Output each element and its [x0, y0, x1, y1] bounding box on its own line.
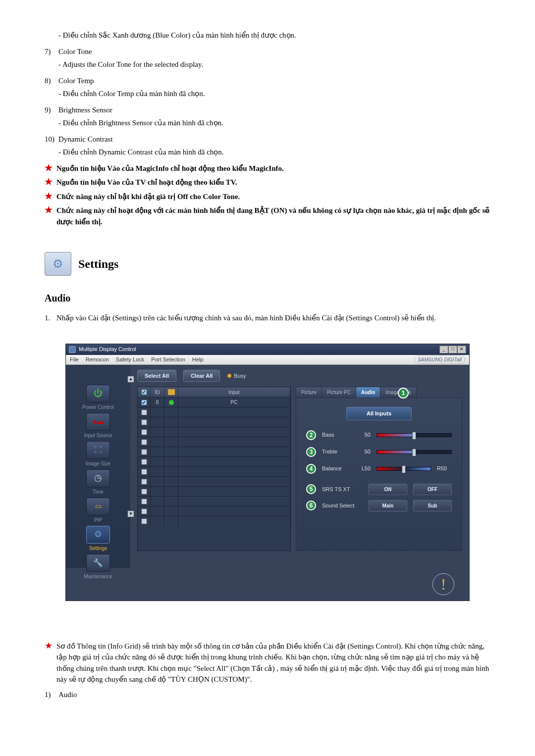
item-9-number: 9)	[45, 104, 58, 116]
star-icon: ★	[45, 641, 53, 652]
sidebar-item-image-size[interactable]: ⛶ Image Size	[69, 441, 127, 467]
balance-label: Balance	[322, 464, 350, 473]
menu-safety-lock[interactable]: Safety Lock	[116, 355, 144, 364]
row-id: 0	[151, 397, 164, 407]
maximize-button[interactable]: □	[448, 346, 457, 353]
row-checkbox[interactable]	[141, 419, 147, 425]
settings-section-icon: ⚙	[45, 252, 71, 276]
audio-step-1-text: Nhấp vào Cài đặt (Settings) trên các biể…	[56, 312, 490, 324]
grid-row[interactable]	[138, 437, 290, 447]
row-checkbox[interactable]	[141, 469, 147, 475]
tab-audio[interactable]: Audio	[356, 387, 380, 398]
note-default: Chức năng này chỉ hoạt động với các màn …	[56, 205, 490, 227]
callout-4: 4	[306, 464, 316, 474]
grid-row[interactable]	[138, 496, 290, 506]
grid-row[interactable]	[138, 466, 290, 476]
grid-row[interactable]: 0 PC	[138, 397, 290, 407]
grid-row[interactable]	[138, 516, 290, 526]
grid-row[interactable]	[138, 506, 290, 516]
all-inputs-button[interactable]: All Inputs	[346, 407, 412, 420]
balance-slider[interactable]	[376, 467, 431, 471]
item-10-title: Dynamic Contrast	[58, 134, 490, 145]
info-grid-note: Sơ đồ Thông tin (Info Grid) sẽ trình bày…	[56, 641, 490, 685]
sidebar-item-time[interactable]: ◷ Time	[69, 469, 127, 496]
sound-main-button[interactable]: Main	[369, 500, 407, 511]
grid-row[interactable]	[138, 427, 290, 437]
tab-picture-pc[interactable]: Picture PC	[321, 387, 356, 398]
row-checkbox[interactable]	[141, 429, 147, 435]
star-icon: ★	[45, 177, 53, 188]
grid-row[interactable]	[138, 407, 290, 417]
row-checkbox[interactable]	[141, 518, 147, 524]
menu-port-selection[interactable]: Port Selection	[151, 355, 185, 364]
tab-picture[interactable]: Picture	[296, 387, 322, 398]
minimize-button[interactable]: _	[439, 346, 448, 353]
row-checkbox[interactable]	[141, 449, 147, 455]
sidebar-item-maintenance[interactable]: 🔧 Maintenance	[69, 554, 127, 580]
info-icon[interactable]: !	[432, 573, 454, 595]
menu-help[interactable]: Help	[192, 355, 204, 364]
sidebar-item-settings[interactable]: ⚙ Settings	[69, 526, 127, 552]
star-icon: ★	[45, 191, 53, 202]
grid-row[interactable]	[138, 486, 290, 496]
star-icon: ★	[45, 163, 53, 174]
grid-header-input: Input	[178, 387, 290, 397]
star-icon: ★	[45, 205, 53, 216]
grid-row[interactable]	[138, 456, 290, 466]
settings-panel: ▲ ▼ Picture Picture PC Audio Image Lock …	[296, 387, 462, 551]
sidebar-label: Image Size	[69, 460, 127, 467]
busy-indicator: Busy	[227, 372, 246, 380]
note-colortone: Chức năng này chỉ bật khi đặt giá trị Of…	[56, 191, 490, 202]
item-10-desc: - Điều chỉnh Dynamic Contrast của màn hì…	[58, 147, 490, 158]
row-checkbox[interactable]	[141, 400, 147, 405]
scroll-up-icon[interactable]: ▲	[127, 376, 134, 383]
grid-row[interactable]	[138, 447, 290, 456]
srs-on-button[interactable]: ON	[369, 484, 407, 495]
note-tv: Nguồn tín hiệu Vào của TV chỉ hoạt động …	[56, 177, 490, 188]
audio-step-1-number: 1.	[45, 312, 56, 324]
status-dot-icon	[169, 400, 174, 405]
row-checkbox[interactable]	[141, 459, 147, 465]
srs-off-button[interactable]: OFF	[413, 484, 452, 495]
row-checkbox[interactable]	[141, 489, 147, 495]
sidebar-item-pip[interactable]: ▭ PIP	[69, 498, 127, 524]
grid-row[interactable]	[138, 476, 290, 486]
row-checkbox[interactable]	[141, 508, 147, 514]
treble-label: Treble	[322, 448, 350, 456]
srs-label: SRS TS XT	[322, 485, 362, 494]
item-10-number: 10)	[45, 134, 58, 145]
header-checkbox[interactable]	[141, 389, 147, 395]
sidebar-item-input[interactable]: ●▬ Input Source	[69, 413, 127, 439]
slider-thumb[interactable]	[412, 449, 416, 456]
row-checkbox[interactable]	[141, 439, 147, 445]
callout-2: 2	[306, 430, 316, 440]
sound-sub-button[interactable]: Sub	[413, 500, 452, 511]
camera-icon	[168, 389, 175, 395]
clear-all-button[interactable]: Clear All	[183, 370, 220, 382]
row-input: PC	[178, 397, 290, 407]
item-8-desc: - Điều chỉnh Color Temp của màn hình đã …	[58, 88, 490, 100]
close-button[interactable]: ✕	[457, 346, 466, 353]
bass-slider[interactable]	[376, 433, 452, 437]
scroll-down-icon[interactable]: ▼	[127, 510, 134, 517]
busy-label: Busy	[234, 372, 246, 380]
treble-slider[interactable]	[376, 450, 452, 454]
item-7-title: Color Tone	[58, 46, 490, 57]
row-checkbox[interactable]	[141, 499, 147, 504]
title-bar: Multiple Display Control _ □ ✕	[66, 344, 469, 355]
slider-thumb[interactable]	[402, 465, 406, 473]
grid-header-id: ID	[151, 387, 164, 397]
menu-file[interactable]: File	[70, 355, 79, 364]
blue-color-desc: - Điều chỉnh Sắc Xanh dương (Blue Color)…	[58, 30, 490, 41]
balance-value-l: L50	[356, 464, 371, 473]
row-checkbox[interactable]	[141, 479, 147, 485]
item-8-title: Color Temp	[58, 75, 490, 87]
select-all-button[interactable]: Select All	[137, 370, 176, 382]
grid-row[interactable]	[138, 417, 290, 427]
menu-remocon[interactable]: Remocon	[86, 355, 109, 364]
row-checkbox[interactable]	[141, 409, 147, 415]
bottom-item-1-number: 1)	[45, 689, 58, 701]
sidebar-item-power[interactable]: ⏻ Power Control	[69, 385, 127, 411]
slider-thumb[interactable]	[412, 432, 416, 440]
callout-3: 3	[306, 447, 316, 457]
